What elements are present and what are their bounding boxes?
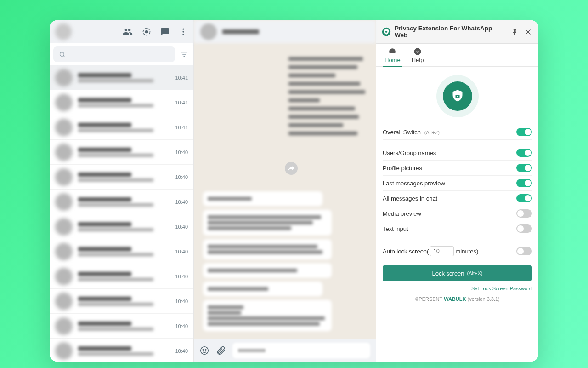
chat-list-item[interactable]: 10:41 (50, 115, 193, 140)
setting-toggle[interactable] (516, 164, 532, 172)
extension-header: Privacy Extension For WhatsApp Web (376, 20, 538, 44)
overall-switch-label: Overall Switch (383, 129, 421, 136)
chat-preview (78, 346, 170, 356)
chat-preview (78, 272, 170, 281)
chat-timestamp: 10:41 (175, 100, 188, 105)
setting-toggle[interactable] (516, 224, 532, 233)
chat-list-item[interactable]: 10:40 (50, 264, 193, 289)
svg-point-12 (205, 349, 206, 350)
chat-timestamp: 10:40 (175, 150, 188, 155)
chat-avatar (55, 342, 73, 360)
chat-list: 10:4110:4110:4110:4010:4010:4010:4010:40… (50, 65, 193, 362)
setting-label: Text input (383, 225, 408, 232)
chat-list-item[interactable]: 10:40 (50, 314, 193, 339)
chat-list-item[interactable]: 10:40 (50, 214, 193, 239)
chat-header-title (222, 29, 259, 34)
chat-list-item[interactable]: 10:40 (50, 239, 193, 264)
extension-hero-logo (436, 75, 479, 117)
filter-icon[interactable] (179, 50, 190, 58)
overall-switch-row: Overall Switch (Alt+Z) (383, 125, 532, 140)
svg-text:?: ? (416, 49, 419, 54)
search-input[interactable] (53, 46, 175, 62)
setting-row: Profile pictures (383, 161, 532, 176)
pin-icon[interactable] (510, 27, 520, 37)
lock-screen-button[interactable]: Lock screen (Alt+X) (383, 265, 532, 281)
svg-point-21 (457, 96, 458, 97)
chat-avatar (55, 317, 73, 335)
chat-avatar (55, 268, 73, 285)
setting-row: Users/Group names (383, 145, 532, 161)
autolock-minutes-input[interactable] (430, 246, 454, 256)
chat-preview (78, 148, 170, 157)
app-window: 10:4110:4110:4110:4010:4010:4010:4010:40… (50, 20, 538, 362)
chat-timestamp: 10:41 (175, 75, 188, 80)
svg-point-4 (182, 34, 184, 35)
set-password-link[interactable]: Set Lock Screen Password (471, 286, 532, 291)
setting-toggle[interactable] (516, 209, 532, 218)
chat-avatar (55, 218, 73, 236)
tab-home-label: Home (384, 57, 401, 63)
chat-timestamp: 10:40 (175, 348, 188, 354)
chat-timestamp: 10:40 (175, 274, 188, 279)
message-input[interactable] (232, 343, 370, 358)
chat-list-item[interactable]: 10:40 (50, 289, 193, 314)
setting-toggle[interactable] (516, 179, 532, 187)
setting-toggle[interactable] (516, 149, 532, 157)
extension-title: Privacy Extension For WhatsApp Web (395, 25, 506, 39)
chat-avatar (55, 119, 73, 136)
menu-icon[interactable] (179, 27, 188, 36)
forward-icon[interactable] (285, 162, 298, 175)
community-icon[interactable] (123, 27, 133, 37)
chat-list-item[interactable]: 10:41 (50, 90, 193, 115)
svg-line-6 (63, 56, 65, 57)
extension-panel: Privacy Extension For WhatsApp Web Home … (376, 20, 538, 362)
self-avatar[interactable] (55, 23, 72, 40)
chat-avatar (55, 69, 73, 86)
chat-list-item[interactable]: 10:41 (50, 65, 193, 90)
chat-list-item[interactable]: 10:40 (50, 339, 193, 362)
close-icon[interactable] (523, 27, 533, 37)
chat-preview (78, 222, 170, 231)
chat-list-item[interactable]: 10:40 (50, 140, 193, 165)
incoming-messages (203, 188, 367, 335)
new-chat-icon[interactable] (160, 27, 170, 36)
incognito-icon (388, 47, 396, 56)
sidebar: 10:4110:4110:4110:4010:4010:4010:4010:40… (50, 20, 194, 362)
search-row (50, 43, 193, 65)
emoji-icon[interactable] (199, 345, 209, 356)
tab-help[interactable]: ? Help (412, 47, 424, 66)
chat-preview (78, 322, 170, 331)
chat-timestamp: 10:40 (175, 199, 188, 205)
chat-preview (78, 98, 170, 107)
chat-pane (194, 20, 376, 362)
extension-tabs: Home ? Help (376, 44, 538, 67)
setting-toggle[interactable] (516, 194, 532, 202)
message-input-bar (194, 339, 376, 362)
chat-list-item[interactable]: 10:40 (50, 165, 193, 190)
autolock-suffix: minutes) (455, 248, 478, 255)
chat-preview (78, 123, 170, 132)
setting-label: Last messages preview (383, 180, 445, 187)
svg-point-17 (390, 52, 396, 53)
chat-avatar (55, 144, 73, 161)
status-icon[interactable] (142, 27, 151, 36)
tab-home[interactable]: Home (384, 47, 401, 66)
overall-switch-toggle[interactable] (516, 128, 532, 136)
setting-label: Media preview (383, 210, 421, 217)
chat-avatar (55, 168, 73, 186)
chat-preview (78, 73, 170, 82)
chat-timestamp: 10:41 (175, 125, 188, 130)
svg-point-3 (182, 31, 184, 32)
chat-header[interactable] (194, 20, 376, 43)
setting-row: Last messages preview (383, 176, 532, 191)
outgoing-messages (288, 52, 367, 140)
svg-point-11 (203, 349, 204, 350)
chat-list-item[interactable]: 10:40 (50, 190, 193, 214)
autolock-row: Auto lock screen( minutes) (383, 242, 532, 261)
chat-timestamp: 10:40 (175, 299, 188, 304)
autolock-toggle[interactable] (516, 247, 532, 255)
attach-icon[interactable] (216, 345, 226, 356)
sidebar-header (50, 20, 193, 43)
autolock-prefix: Auto lock screen( (383, 248, 429, 255)
chat-preview (78, 197, 170, 207)
